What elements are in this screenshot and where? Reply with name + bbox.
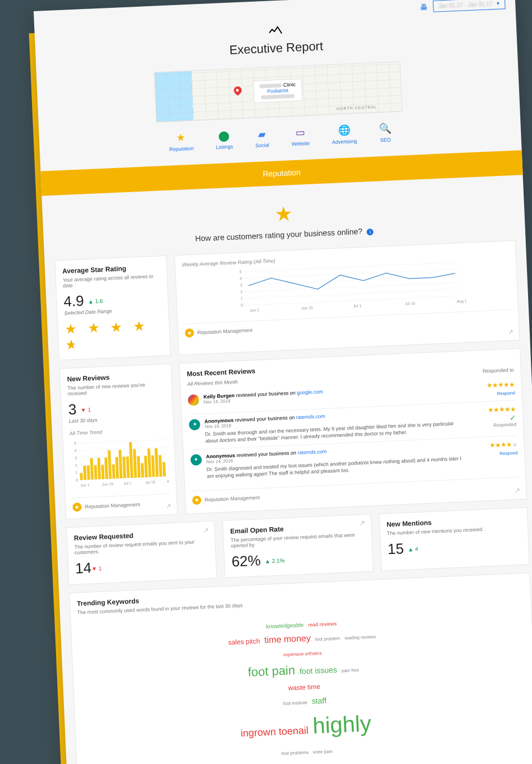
search-icon: 🔍 xyxy=(379,122,391,135)
info-icon[interactable]: i xyxy=(367,229,374,236)
keyword: staff xyxy=(311,694,326,707)
bar-chart: 543210 Jun 1Jun 15Jul 1Jul 15Aug 1 xyxy=(69,435,169,490)
keyword: foot pain xyxy=(248,660,296,682)
respond-button[interactable]: Respond xyxy=(470,390,515,397)
keyword: foot institute xyxy=(283,699,307,707)
svg-text:Jun 1: Jun 1 xyxy=(250,308,260,313)
print-icon[interactable]: 🖶 xyxy=(419,2,428,12)
external-link-icon[interactable]: ↗ xyxy=(165,502,171,510)
recent-reviews-sub: All Reviews this Month xyxy=(187,379,238,387)
map: Clinic Podiatrist NORTH CENTRAL xyxy=(154,62,403,123)
star-icon: ★ xyxy=(169,131,193,145)
svg-text:Jul 15: Jul 15 xyxy=(405,301,416,306)
keyword: reading reviews xyxy=(344,633,376,642)
external-link-icon[interactable]: ↗ xyxy=(507,328,514,336)
svg-rect-30 xyxy=(83,465,86,480)
svg-rect-32 xyxy=(90,458,94,479)
svg-rect-47 xyxy=(144,456,148,477)
window-icon: ▭ xyxy=(291,126,309,139)
svg-text:4: 4 xyxy=(74,449,77,453)
svg-rect-40 xyxy=(119,450,123,478)
tab-social[interactable]: ▰Social xyxy=(255,128,269,148)
svg-line-18 xyxy=(77,440,167,444)
svg-rect-51 xyxy=(158,455,162,477)
svg-text:Jun 15: Jun 15 xyxy=(301,306,313,310)
keyword: knowledgeable xyxy=(266,621,304,631)
word-cloud: knowledgeableread reviewssales pitchtime… xyxy=(77,596,532,764)
speech-icon: ▰ xyxy=(255,128,269,141)
external-link-icon[interactable]: ↗ xyxy=(515,487,521,495)
svg-rect-48 xyxy=(147,449,151,477)
svg-rect-52 xyxy=(162,462,166,477)
svg-rect-35 xyxy=(101,465,105,479)
keyword: knee pain xyxy=(313,748,333,756)
tab-reputation[interactable]: ★Reputation xyxy=(169,131,194,152)
svg-text:Jul 1: Jul 1 xyxy=(353,304,361,308)
date-range-text: Jan 01,17 - Jan 31,17 xyxy=(438,1,492,9)
star-badge-icon: ★ xyxy=(185,328,194,338)
svg-text:Jul 1: Jul 1 xyxy=(124,481,132,486)
open-rate-value: 62% ▲ 2.1% xyxy=(231,547,366,570)
svg-line-9 xyxy=(245,289,459,299)
svg-text:2: 2 xyxy=(240,290,242,294)
keyword: pain free xyxy=(342,667,360,675)
svg-text:Aug 1: Aug 1 xyxy=(167,479,169,484)
svg-text:Aug 1: Aug 1 xyxy=(456,299,467,304)
new-reviews-sub: The number of new reviews you've receive… xyxy=(67,381,165,397)
tab-advertising[interactable]: 🌐Advertising xyxy=(332,124,357,145)
star-badge-icon: ★ xyxy=(192,496,202,505)
respond-button[interactable]: Respond xyxy=(473,450,517,457)
avatar xyxy=(188,394,199,406)
svg-text:5: 5 xyxy=(239,269,241,273)
svg-rect-33 xyxy=(94,465,97,479)
svg-rect-46 xyxy=(141,463,144,478)
keyword: expensive orthotics xyxy=(283,650,322,659)
avg-rating-sub: Your average rating across all reviews t… xyxy=(63,273,161,289)
stars-display: ★ ★ ★ ★ ★★ xyxy=(64,318,163,353)
svg-line-11 xyxy=(245,296,459,305)
mentions-value: 15 ▲ 4 xyxy=(387,535,521,558)
map-info-card: Clinic Podiatrist xyxy=(253,78,302,103)
svg-rect-43 xyxy=(129,442,133,478)
review-requested-value: 14▼ 1 xyxy=(75,554,209,577)
tab-listings[interactable]: ⬤Listings xyxy=(215,129,233,150)
globe-icon: 🌐 xyxy=(332,124,357,137)
mentions-card: New Mentions The number of new mentions … xyxy=(379,507,530,571)
tab-website[interactable]: ▭Website xyxy=(291,126,310,147)
svg-text:Jun 15: Jun 15 xyxy=(102,482,114,486)
keyword: foot problem xyxy=(315,635,340,644)
svg-rect-45 xyxy=(137,456,141,477)
external-link-icon[interactable]: ↗ xyxy=(203,526,209,534)
chevron-down-icon: ▼ xyxy=(496,1,500,6)
svg-line-20 xyxy=(78,447,167,451)
review-stars: ★★★★★ xyxy=(470,380,515,390)
keyword: time money xyxy=(264,631,311,647)
svg-rect-44 xyxy=(133,449,137,478)
svg-rect-38 xyxy=(112,464,115,479)
keywords-card: Trending Keywords The most commonly used… xyxy=(69,572,532,764)
svg-rect-37 xyxy=(108,450,111,479)
svg-text:0: 0 xyxy=(241,303,243,307)
svg-text:0: 0 xyxy=(76,478,78,482)
review-site-link[interactable]: google.com xyxy=(297,389,323,395)
review-stars: ★★★★★ xyxy=(472,440,517,450)
recent-reviews-card: Most Recent Reviews All Reviews this Mon… xyxy=(179,348,527,514)
keyword: read reviews xyxy=(308,619,337,629)
svg-rect-39 xyxy=(115,457,119,478)
svg-rect-41 xyxy=(123,456,127,478)
svg-text:Jun 1: Jun 1 xyxy=(80,483,90,487)
external-link-icon[interactable]: ↗ xyxy=(360,519,366,527)
card-footer: ★ Reputation Management ↗ xyxy=(72,493,170,512)
tab-seo[interactable]: 🔍SEO xyxy=(379,122,392,143)
avg-rating-card: Average Star Rating Your average rating … xyxy=(54,255,171,361)
svg-rect-50 xyxy=(155,448,158,477)
review-requested-card: ↗ Review Requested The number of review … xyxy=(66,521,217,585)
weekly-chart-card: Weekly Average Review Rating (All-Time) … xyxy=(174,240,520,355)
svg-rect-49 xyxy=(151,455,155,477)
svg-text:1: 1 xyxy=(76,470,78,474)
svg-text:4: 4 xyxy=(240,276,242,280)
keyword: highly xyxy=(312,705,372,743)
svg-line-1 xyxy=(244,262,458,272)
keyword: ingrown toenail xyxy=(240,723,309,742)
svg-text:Jul 15: Jul 15 xyxy=(145,480,156,485)
